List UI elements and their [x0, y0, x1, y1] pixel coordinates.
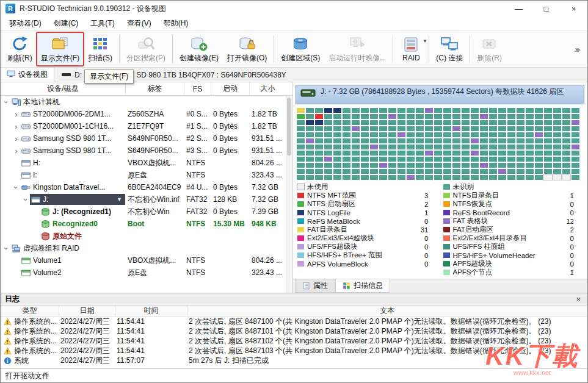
scan-block[interactable] [379, 114, 387, 119]
scan-block[interactable] [572, 126, 579, 131]
scan-block[interactable] [544, 163, 552, 168]
scan-block[interactable] [379, 175, 387, 180]
scan-block[interactable] [498, 151, 506, 156]
tree-row[interactable]: ›Samsung SSD 980 1T...S649NF0R50...#3 S.… [1, 145, 292, 157]
scan-block[interactable] [397, 151, 405, 156]
scan-block[interactable] [544, 114, 552, 119]
scan-block[interactable] [434, 114, 442, 119]
scan-block[interactable] [443, 138, 451, 143]
tab-scaninfo[interactable]: 扫描信息 [335, 279, 390, 293]
scan-block[interactable] [544, 175, 552, 180]
chevron-icon[interactable]: › [2, 245, 10, 252]
scan-block[interactable] [526, 157, 534, 162]
scan-block[interactable] [471, 169, 479, 174]
scan-block[interactable] [553, 120, 561, 125]
scan-block[interactable] [572, 145, 579, 149]
tree-column-header[interactable]: 设备/磁盘 [1, 82, 126, 95]
scan-block[interactable] [572, 151, 579, 156]
chevron-icon[interactable]: › [12, 110, 20, 118]
scan-block[interactable] [388, 138, 396, 143]
scan-block[interactable] [452, 145, 460, 149]
log-row[interactable]: 操作系统的...2022/4/27/周三11:54:412 次尝试后, 扇区 8… [1, 326, 587, 336]
scan-block[interactable] [297, 151, 305, 156]
menu-item[interactable]: 查看(V) [121, 16, 158, 30]
scan-block[interactable] [306, 138, 314, 143]
tree-column-header[interactable]: 大小 [250, 82, 286, 95]
scan-block[interactable] [517, 169, 524, 174]
scan-block[interactable] [535, 145, 543, 149]
scan-block[interactable] [553, 163, 561, 168]
scan-block[interactable] [343, 157, 350, 162]
scan-block[interactable] [462, 151, 470, 156]
scan-block[interactable] [397, 138, 405, 143]
scan-block[interactable] [462, 175, 470, 180]
scan-block[interactable] [343, 126, 350, 131]
scan-block[interactable] [416, 126, 424, 131]
scan-block[interactable] [535, 175, 543, 180]
menu-item[interactable]: 驱动器(D) [3, 16, 48, 30]
scan-block[interactable] [315, 132, 323, 137]
scan-block[interactable] [471, 175, 479, 180]
scan-block[interactable] [462, 138, 470, 143]
scan-block[interactable] [462, 157, 470, 162]
scan-block[interactable] [544, 145, 552, 149]
scan-block[interactable] [443, 175, 451, 180]
scan-block[interactable] [388, 145, 396, 149]
scan-block[interactable] [462, 163, 470, 168]
tree-row[interactable]: ›J:▼不忘初心Win.infFAT32128 KB7.32 GB [1, 193, 292, 206]
scan-block[interactable] [379, 126, 387, 131]
scan-block[interactable] [352, 126, 360, 131]
scan-block[interactable] [544, 138, 552, 143]
scan-block[interactable] [333, 163, 341, 168]
scan-block[interactable] [452, 132, 460, 137]
scan-block[interactable] [416, 132, 424, 137]
tree-row[interactable]: ›虚拟卷组和 RAID [1, 242, 292, 254]
scan-block[interactable] [324, 114, 332, 119]
scan-block[interactable] [370, 126, 378, 131]
scan-block[interactable] [388, 157, 396, 162]
scan-block[interactable] [352, 163, 360, 168]
raid-dropdown-arrow[interactable]: ▾ [424, 38, 427, 44]
scan-block[interactable] [324, 151, 332, 156]
scan-block[interactable] [526, 169, 534, 174]
tree-scrollbar-thumb[interactable] [287, 98, 291, 156]
scan-block[interactable] [535, 108, 543, 113]
maximize-button[interactable]: □ [532, 1, 560, 16]
scan-block[interactable] [324, 120, 332, 125]
scan-block[interactable] [507, 126, 515, 131]
scan-block[interactable] [471, 151, 479, 156]
scan-block[interactable] [553, 114, 561, 119]
scan-block[interactable] [489, 126, 497, 131]
scan-block[interactable] [572, 114, 579, 119]
log-row[interactable]: 操作系统的...2022/4/27/周三11:54:412 次尝试后, 扇区 8… [1, 336, 587, 346]
scan-block[interactable] [535, 163, 543, 168]
scan-block[interactable] [333, 114, 341, 119]
scan-block[interactable] [388, 169, 396, 174]
scan-block[interactable] [425, 151, 433, 156]
scan-block[interactable] [489, 108, 497, 113]
scan-block[interactable] [480, 120, 488, 125]
scan-block[interactable] [526, 108, 534, 113]
scan-block[interactable] [352, 151, 360, 156]
scan-block[interactable] [480, 175, 488, 180]
scan-block[interactable] [507, 163, 515, 168]
scan-block[interactable] [352, 120, 360, 125]
scan-block[interactable] [480, 126, 488, 131]
scan-block[interactable] [397, 108, 405, 113]
scan-block[interactable] [562, 163, 570, 168]
scan-block[interactable] [315, 175, 323, 180]
scan-block[interactable] [397, 163, 405, 168]
scan-block[interactable] [489, 132, 497, 137]
scan-block[interactable] [507, 120, 515, 125]
scan-block[interactable] [315, 163, 323, 168]
tree-column-header[interactable]: FS [184, 82, 211, 95]
scan-block[interactable] [517, 120, 524, 125]
scan-block[interactable] [425, 163, 433, 168]
scan-block[interactable] [526, 175, 534, 180]
scan-block[interactable] [388, 175, 396, 180]
scan-block[interactable] [379, 108, 387, 113]
scan-block[interactable] [443, 114, 451, 119]
scan-block[interactable] [572, 163, 579, 168]
tree-row[interactable]: ›ST2000DM006-2DM1...Z560SZHA#0 S...0 Byt… [1, 108, 292, 120]
scan-block[interactable] [333, 145, 341, 149]
